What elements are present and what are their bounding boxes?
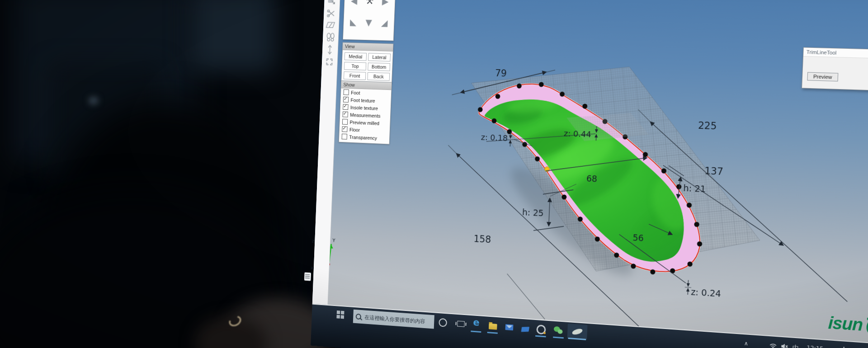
view-top-button[interactable]: Top <box>344 62 366 71</box>
running-indicator <box>535 335 546 338</box>
preview-button[interactable]: Preview <box>807 72 838 82</box>
move-down-icon[interactable]: ▼ <box>361 12 377 33</box>
vertical-resize-tool-icon[interactable] <box>324 44 335 55</box>
cortana-icon[interactable] <box>437 317 448 328</box>
checkbox-icon[interactable] <box>344 89 349 95</box>
clock[interactable]: 12:15 <box>807 344 823 348</box>
dim-heel-width: 79 <box>495 68 507 79</box>
isun-footprint-icon <box>864 315 868 336</box>
show-item-label: Foot texture <box>350 97 375 103</box>
show-item-label: Transparency <box>349 134 377 141</box>
tilt-left-icon[interactable]: ◣ <box>345 11 361 33</box>
dim-height-lateral: h: 21 <box>683 183 706 194</box>
checkbox-checked-icon[interactable] <box>342 126 347 132</box>
dim-medial-length: 158 <box>473 233 491 245</box>
view-medial-button[interactable]: Medial <box>344 52 367 61</box>
start-button[interactable] <box>336 310 344 319</box>
wechat-icon[interactable] <box>553 325 564 337</box>
insole-pair-tool-icon[interactable] <box>324 32 336 42</box>
axis-x-label: x <box>311 265 313 271</box>
show-item-label: Floor <box>349 127 360 132</box>
search-icon <box>356 314 361 320</box>
tilt-right-icon[interactable]: ◢ <box>376 12 393 34</box>
running-indicator <box>553 337 564 339</box>
browser-icon[interactable] <box>535 324 546 335</box>
task-view-icon[interactable] <box>455 318 466 329</box>
search-input[interactable] <box>363 314 429 325</box>
wifi-icon[interactable] <box>769 343 777 348</box>
view-bottom-button[interactable]: Bottom <box>368 62 390 71</box>
dim-lateral-length: 225 <box>698 120 717 132</box>
mail-icon[interactable] <box>504 321 514 333</box>
show-item-label: Insole texture <box>350 104 378 111</box>
move-left-icon[interactable]: ◀ <box>346 0 362 12</box>
move-right-icon[interactable]: ▶ <box>377 0 394 12</box>
blurred-furniture <box>190 0 276 72</box>
edge-icon[interactable]: e <box>471 316 482 328</box>
expand-view-tool-icon[interactable] <box>323 56 335 67</box>
checkbox-icon[interactable] <box>342 134 347 140</box>
background-glint <box>89 97 99 105</box>
dim-z-arch: z: 0.44 <box>564 128 591 139</box>
scissors-tool-icon[interactable] <box>326 8 337 19</box>
show-item-label: Foot <box>351 90 360 95</box>
navigation-pad: ↺ ▲ ↻ ◀ ⚒ ▶ ◣ ▼ ◢ <box>343 0 397 41</box>
show-item-transparency[interactable]: Transparency <box>339 133 389 142</box>
view-back-button[interactable]: Back <box>367 72 390 81</box>
view-panel: View Medial Lateral Top Bottom Front Bac… <box>341 42 393 83</box>
show-item-label: Measurements <box>350 112 381 118</box>
checkbox-checked-icon[interactable] <box>343 97 349 103</box>
file-explorer-icon[interactable] <box>487 320 498 332</box>
trimlinetool-dialog-title[interactable]: TrimLineTool <box>803 47 868 59</box>
isun-watermark: isun <box>828 313 868 336</box>
checkbox-checked-icon[interactable] <box>343 112 348 118</box>
view-lateral-button[interactable]: Lateral <box>368 53 391 61</box>
corner-keyboard-icon[interactable] <box>304 272 311 281</box>
tray-chevron[interactable]: ∧ <box>744 340 749 347</box>
pc-icon[interactable] <box>519 323 530 334</box>
axis-z-label: z <box>312 238 315 244</box>
checkbox-checked-icon[interactable] <box>343 104 348 110</box>
volume-muted-icon[interactable] <box>781 343 789 348</box>
show-panel: Show Foot Foot texture Insole texture Me… <box>339 80 392 144</box>
show-item-label: Preview milled <box>349 119 379 126</box>
dim-toe-width: 56 <box>632 232 644 243</box>
taskbar-search[interactable] <box>353 310 434 329</box>
dim-z-heel: z: 0.18 <box>481 132 508 142</box>
view-front-button[interactable]: Front <box>344 71 366 80</box>
tools-icon[interactable]: ⚒ <box>361 0 377 12</box>
ime-indicator[interactable]: 中 <box>792 343 799 348</box>
axis-y-label: Y <box>332 237 335 243</box>
checkbox-icon[interactable] <box>342 119 348 125</box>
dim-z-toe: z: 0.24 <box>691 287 721 299</box>
running-indicator <box>487 332 498 334</box>
isun-text: isun <box>828 313 863 335</box>
running-indicator <box>471 330 481 333</box>
dim-mid-length: 137 <box>704 165 723 177</box>
dim-mid-width: 68 <box>586 173 598 183</box>
mirror-plane-tool-icon[interactable] <box>325 19 337 30</box>
dim-height-medial: h: 25 <box>522 207 544 218</box>
monitor-screen: 79 225 137 158 68 56 h: 21 h: 25 z: 0.18… <box>292 0 868 348</box>
select-tool-icon[interactable] <box>326 0 338 7</box>
trimlinetool-dialog: TrimLineTool Preview OK <box>802 47 868 91</box>
